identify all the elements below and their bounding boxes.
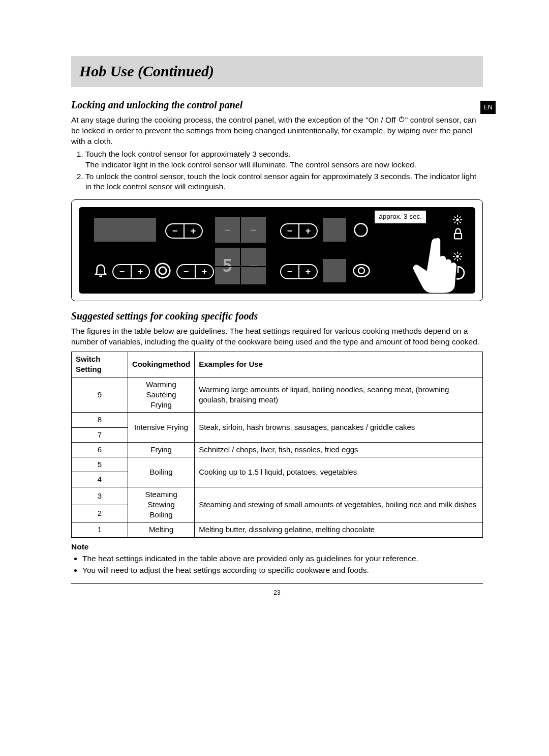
note-heading: Note xyxy=(71,542,483,553)
note-item: You will need to adjust the heat setting… xyxy=(82,565,483,576)
display-bottom-right xyxy=(323,259,346,282)
example-use: Schnitzel / chops, liver, fish, rissoles… xyxy=(195,442,483,457)
switch-setting: 6 xyxy=(72,442,128,457)
cooking-method: Intensive Frying xyxy=(128,413,194,443)
plus-icon: + xyxy=(132,266,149,278)
table-row: 1 Melting Melting butter, dissolving gel… xyxy=(72,522,483,537)
col-header-method: Cookingmethod xyxy=(128,352,194,377)
svg-line-13 xyxy=(460,222,461,223)
example-use: Steaming and stewing of small amounts of… xyxy=(195,487,483,522)
svg-line-28 xyxy=(426,219,452,230)
ring-icon xyxy=(353,222,369,241)
note-item: The heat settings indicated in the table… xyxy=(82,554,483,564)
switch-setting: 1 xyxy=(72,522,128,537)
col-header-example: Examples for Use xyxy=(195,352,483,377)
minus-plus-control: −+ xyxy=(280,264,318,279)
display-top-center: − − xyxy=(215,217,266,243)
settings-table: Switch Setting Cookingmethod Examples fo… xyxy=(71,352,483,538)
switch-setting: 8 xyxy=(72,413,128,427)
switch-setting: 9 xyxy=(72,377,128,413)
minus-plus-control: −+ xyxy=(165,223,203,239)
footer-rule xyxy=(71,583,483,584)
plus-icon: + xyxy=(196,266,213,278)
plus-icon: + xyxy=(185,225,202,237)
digit-cell: − xyxy=(241,217,266,243)
cooking-method: Warming Sautéing Frying xyxy=(128,377,194,413)
figure-callout: approx. 3 sec. xyxy=(374,210,426,223)
cooking-method: Steaming Stewing Boiling xyxy=(128,487,194,522)
display-bottom-center: 5 − xyxy=(215,248,266,284)
svg-line-15 xyxy=(460,217,461,218)
table-row: 5 Boiling Cooking up to 1.5 l liquid, po… xyxy=(72,457,483,472)
settings-intro: The figures in the table below are guide… xyxy=(71,326,483,347)
minus-icon: − xyxy=(177,266,195,278)
callout-leader-line xyxy=(426,216,452,231)
page-title: Hob Use (Continued) xyxy=(79,61,475,82)
section-heading-settings: Suggested settings for cooking specific … xyxy=(71,309,483,323)
page-title-banner: Hob Use (Continued) xyxy=(71,56,483,87)
svg-point-7 xyxy=(456,219,459,222)
svg-point-6 xyxy=(358,268,364,274)
minus-plus-control: −+ xyxy=(112,264,150,279)
svg-point-4 xyxy=(159,267,166,274)
lock-step-1: Touch the lock control sensor for approx… xyxy=(85,149,483,170)
power-icon xyxy=(398,115,405,126)
hand-pointer-icon xyxy=(405,234,461,294)
section-heading-lock: Locking and unlocking the control panel xyxy=(71,98,483,112)
oval-ring-icon xyxy=(352,262,371,282)
bell-icon xyxy=(93,263,108,281)
display-top-right xyxy=(323,218,346,242)
minus-icon: − xyxy=(281,266,298,278)
indicator-light-icon xyxy=(452,214,463,225)
table-row: 6 Frying Schnitzel / chops, liver, fish,… xyxy=(72,442,483,457)
control-panel-figure: −+ − − −+ −+ xyxy=(71,199,483,301)
svg-point-3 xyxy=(156,264,170,278)
lock-intro: At any stage during the cooking process,… xyxy=(71,115,483,147)
display-top-left xyxy=(94,218,156,242)
switch-setting: 5 xyxy=(72,457,128,472)
switch-setting: 2 xyxy=(72,505,128,522)
minus-icon: − xyxy=(113,266,131,278)
table-row: 3 Steaming Stewing Boiling Steaming and … xyxy=(72,487,483,505)
col-header-switch: Switch Setting xyxy=(72,352,128,377)
table-row: 8 Intensive Frying Steak, sirloin, hash … xyxy=(72,413,483,427)
minus-icon: − xyxy=(166,225,184,237)
svg-point-2 xyxy=(355,224,368,237)
minus-plus-control: −+ xyxy=(176,264,214,279)
switch-setting: 7 xyxy=(72,427,128,442)
lock-intro-a: At any stage during the cooking process,… xyxy=(71,115,398,124)
minus-plus-control: −+ xyxy=(280,223,318,239)
svg-line-14 xyxy=(454,222,456,223)
digit-cell: − xyxy=(215,217,240,243)
example-use: Warming large amounts of liquid, boiling… xyxy=(195,377,483,413)
example-use: Steak, sirloin, hash browns, sausages, p… xyxy=(195,413,483,443)
lock-step-2: To unlock the control sensor, touch the … xyxy=(85,171,483,193)
cooking-method: Melting xyxy=(128,522,194,537)
example-use: Melting butter, dissolving gelatine, mel… xyxy=(195,522,483,537)
example-use: Cooking up to 1.5 l liquid, potatoes, ve… xyxy=(195,457,483,487)
plus-icon: + xyxy=(299,266,317,278)
table-row: 9 Warming Sautéing Frying Warming large … xyxy=(72,377,483,413)
svg-line-12 xyxy=(454,217,456,218)
dual-ring-icon xyxy=(154,262,171,282)
svg-point-5 xyxy=(353,265,369,277)
cooking-method: Boiling xyxy=(128,457,194,487)
note-list: The heat settings indicated in the table… xyxy=(71,554,483,576)
minus-icon: − xyxy=(281,225,298,237)
plus-icon: + xyxy=(299,225,317,237)
switch-setting: 3 xyxy=(72,487,128,505)
language-tab: EN xyxy=(480,101,496,114)
switch-setting: 4 xyxy=(72,472,128,487)
table-header-row: Switch Setting Cookingmethod Examples fo… xyxy=(72,352,483,377)
page-number: 23 xyxy=(71,589,483,597)
cooking-method: Frying xyxy=(128,442,194,457)
lock-steps: Touch the lock control sensor for approx… xyxy=(71,149,483,193)
